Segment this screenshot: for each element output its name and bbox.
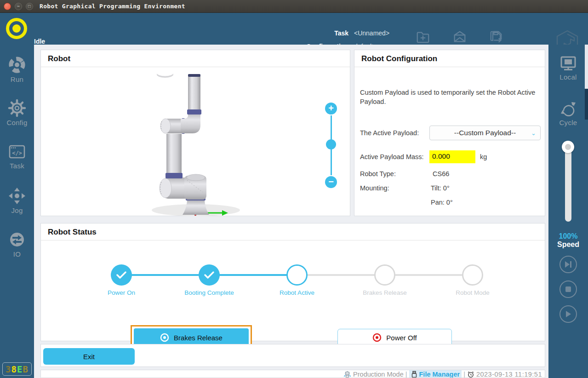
open-file-icon [451, 29, 468, 44]
skip-play-icon [564, 261, 572, 268]
io-swap-icon [8, 230, 26, 249]
statusbar-timestamp: 2023-09-13 11:19:51 [476, 371, 542, 378]
robot-configuration-panel: Robot Configuration Custom Payload is us… [354, 50, 545, 216]
sidebar-item-io[interactable]: IO [0, 230, 34, 258]
production-mode-robot-icon [343, 371, 351, 378]
step-brakes-release-label: Brakes Release [348, 289, 422, 296]
window-title: Robot Graphical Programming Environment [40, 3, 185, 10]
file-manager-group: File Manager [409, 370, 462, 378]
robot-3d-view[interactable]: + − [41, 67, 350, 217]
badge-char: 8 [11, 364, 17, 374]
step-robot-active-label: Robot Active [260, 289, 334, 296]
stop-icon [565, 286, 571, 292]
active-payload-select[interactable]: --Custom Payload-- ⌄ [429, 126, 541, 140]
window-titlebar: – □ Robot Graphical Programming Environm… [0, 0, 588, 13]
status-panel-title: Robot Status [41, 223, 545, 241]
exit-button[interactable]: Exit [43, 348, 135, 365]
check-icon [204, 270, 215, 280]
right-sidebar: Local Cycle 100% Speed [548, 45, 588, 378]
sidebar-item-jog[interactable]: Jog [0, 187, 34, 214]
robot-arm-illustration [41, 67, 350, 217]
badge-char: E [17, 364, 23, 374]
new-folder-icon [415, 29, 431, 44]
payload-description: Custom Payload is used to temporarily se… [360, 88, 541, 106]
zoom-slider-thumb[interactable] [326, 139, 336, 149]
mode-cycle[interactable]: Cycle [548, 99, 588, 126]
view-zoom-control: + − [325, 103, 337, 188]
clock-icon [467, 371, 474, 378]
robot-status-panel: Robot Status [40, 223, 545, 341]
usb-drive-icon [411, 371, 417, 378]
step-brakes-release-circle [374, 264, 395, 286]
robot-type-label: Robot Type: [360, 170, 396, 178]
badge-char: 3 [6, 364, 11, 374]
gear-icon [8, 99, 26, 117]
target-circle-icon [160, 333, 169, 342]
payload-mass-label: Active Payload Mass: [360, 153, 424, 160]
bottom-status-bar: Production Mode | File Manager | [40, 370, 545, 378]
sidebar-item-config[interactable]: Config [0, 99, 34, 126]
file-manager-link[interactable]: File Manager [419, 371, 460, 378]
active-payload-label: The Active Payload: [360, 129, 419, 137]
step-connector-3 [297, 274, 385, 276]
check-icon [116, 270, 127, 280]
step-run-button[interactable] [559, 256, 577, 273]
status-code-badge: 38EB [2, 362, 32, 376]
speed-slider-track[interactable] [565, 143, 571, 222]
mounting-label: Mounting: [360, 184, 389, 192]
production-mode-text: Production Mode [353, 371, 404, 378]
sidebar-item-task[interactable]: </> Task [0, 143, 34, 170]
active-payload-selected-value: --Custom Payload-- [454, 129, 516, 137]
svg-text:</>: </> [12, 150, 22, 156]
window-minimize-button[interactable]: – [15, 3, 22, 10]
robot-state-logo-icon [6, 18, 27, 39]
local-monitor-icon [559, 55, 577, 72]
sidebar-item-run[interactable]: Run [0, 56, 34, 83]
robot-type-value: CS66 [433, 170, 449, 178]
badge-char: B [23, 364, 28, 374]
step-robot-active-circle [286, 264, 308, 286]
statusbar-separator: | [463, 371, 465, 378]
payload-mass-unit: kg [480, 153, 487, 160]
zoom-in-button[interactable]: + [325, 103, 337, 115]
step-robot-mode-label: Robot Mode [436, 289, 509, 296]
cycle-loop-icon [559, 99, 578, 117]
power-off-icon [372, 333, 382, 342]
speed-label: Speed [548, 241, 588, 249]
workspace: Run Config [0, 45, 588, 378]
robot-state-text: Idle [34, 38, 45, 45]
task-code-icon: </> [8, 143, 26, 160]
config-panel-title: Robot Configuration [354, 50, 545, 67]
step-booting-complete-label: Booting Complete [172, 289, 246, 296]
save-floppy-icon [488, 29, 505, 44]
task-label: Task [290, 29, 348, 37]
status-stepper: Power On Booting Complete Robot Active B… [41, 241, 545, 343]
step-robot-mode-circle [462, 264, 483, 286]
payload-mass-input[interactable]: 0.000 [429, 150, 475, 163]
play-icon [565, 310, 571, 318]
left-sidebar: Run Config [0, 45, 34, 378]
mode-local[interactable]: Local [548, 55, 588, 81]
speed-slider-thumb[interactable] [562, 141, 574, 153]
step-power-on-label: Power On [85, 289, 158, 296]
step-connector-1 [121, 274, 209, 276]
scrollbar-thumb[interactable] [585, 89, 588, 120]
statusbar-separator: | [405, 371, 407, 378]
robot-panel: Robot [40, 50, 350, 216]
step-booting-complete-circle [199, 264, 220, 286]
window-maximize-button[interactable]: □ [26, 3, 33, 10]
application-window: – □ Robot Graphical Programming Environm… [0, 0, 588, 378]
play-button[interactable] [559, 305, 577, 323]
window-close-button[interactable] [4, 3, 11, 10]
scrollbar-track [585, 45, 588, 89]
step-power-on-circle [111, 264, 132, 286]
step-connector-2 [209, 274, 297, 276]
chevron-down-icon: ⌄ [531, 130, 536, 137]
robot-panel-title: Robot [41, 50, 350, 67]
zoom-out-button[interactable]: − [325, 176, 337, 188]
mounting-pan-value: Pan: 0° [431, 199, 453, 206]
step-connector-4 [385, 274, 473, 276]
jog-move-icon [8, 187, 26, 205]
stop-button[interactable] [559, 281, 577, 298]
exit-panel: Exit [40, 344, 545, 367]
